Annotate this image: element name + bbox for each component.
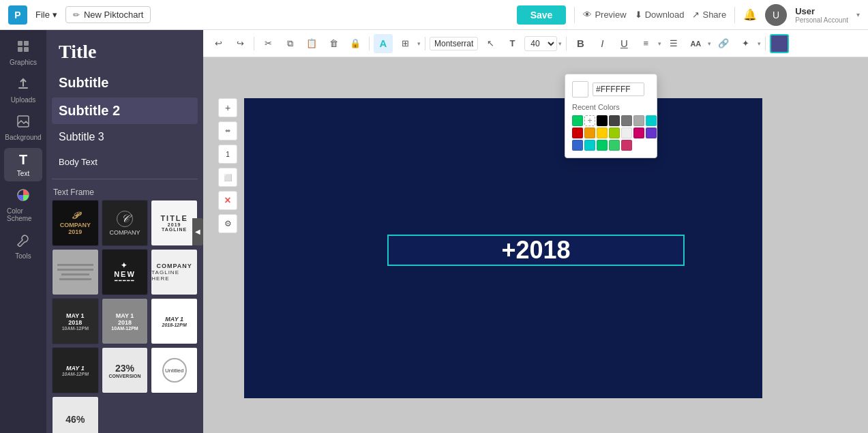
text-item-subtitle[interactable]: Subtitle — [52, 70, 198, 96]
align-button[interactable]: ≡ — [636, 34, 655, 53]
project-title-input[interactable]: ✏ New Piktochart — [65, 6, 151, 23]
bold-button[interactable]: B — [571, 34, 590, 53]
italic-button[interactable]: I — [593, 34, 612, 53]
text-item-subtitle3[interactable]: Subtitle 3 — [52, 125, 198, 149]
canvas-viewport: + ⬌ 1 ⬜ × ⚙ +2018 — [203, 57, 868, 433]
zoom-in-btn[interactable]: + — [218, 98, 237, 117]
canvas-surface[interactable]: +2018 — [244, 98, 762, 398]
color-swatch-orange[interactable] — [584, 128, 595, 138]
redo-button[interactable]: ↪ — [230, 34, 250, 53]
color-swatch-rose[interactable] — [621, 140, 632, 151]
copy-button[interactable]: ⧉ — [280, 34, 299, 53]
color-swatch-white[interactable] — [621, 128, 632, 138]
color-swatch-teal[interactable] — [584, 140, 595, 151]
frame-item-7[interactable]: MAY 1 2018 10AM-12PM — [52, 298, 99, 344]
svg-rect-2 — [18, 47, 23, 52]
sep2 — [369, 37, 370, 50]
cursor-icon-btn[interactable]: ↖ — [481, 34, 500, 53]
cut-button[interactable]: ✂ — [258, 34, 278, 53]
text-item-subtitle2[interactable]: Subtitle 2 — [52, 98, 198, 124]
frame-item-1[interactable]: 𝒫 COMPANY 2019 — [52, 200, 99, 246]
color-swatch-lime[interactable] — [609, 128, 620, 138]
sidebar-item-tools[interactable]: Tools — [4, 229, 42, 264]
font-size-select[interactable]: 40 810121416 1820242832 36486072 — [524, 36, 557, 51]
paste-button[interactable]: 📋 — [302, 34, 321, 53]
frame-item-4[interactable] — [52, 249, 99, 295]
color-swatch-blue[interactable] — [572, 140, 583, 151]
color-swatch-green2[interactable] — [597, 140, 608, 151]
chevron-effects-icon[interactable]: ▾ — [758, 40, 761, 47]
logo[interactable]: P — [8, 5, 27, 25]
effects-button[interactable]: ✦ — [736, 34, 755, 53]
list-button[interactable]: ☰ — [664, 34, 683, 53]
color-picker-popup: Recent Colors + — [565, 74, 657, 158]
delete-canvas-btn[interactable]: × — [218, 191, 237, 210]
frame-item-3[interactable]: TITLE 2019 TAGLINE — [151, 200, 198, 246]
color-swatch-purple[interactable] — [646, 128, 657, 138]
grid-button[interactable]: ⊞ — [395, 34, 415, 53]
color-hex-input[interactable] — [593, 83, 644, 96]
font-name-value: Montserrat — [434, 39, 473, 48]
frame-item-11[interactable]: 23% CONVERSION — [102, 347, 149, 393]
download-action[interactable]: ⬇ Download — [635, 10, 685, 20]
notification-bell[interactable]: 🔔 — [743, 8, 757, 21]
lock-button[interactable]: 🔒 — [346, 34, 365, 53]
color-swatch-darkgray[interactable] — [609, 115, 620, 126]
sidebar-item-colorscheme[interactable]: Color Scheme — [4, 184, 42, 226]
text-type-btn[interactable]: T — [503, 34, 522, 53]
underline-button[interactable]: U — [614, 34, 633, 53]
frame-item-6[interactable]: COMPANY TAGLINE HERE — [151, 249, 198, 295]
share-action[interactable]: ↗ Share — [692, 10, 726, 20]
settings-canvas-btn[interactable]: ⚙ — [218, 214, 237, 233]
chevron-grid-icon[interactable]: ▾ — [417, 40, 421, 47]
align-objects-btn[interactable]: ⬜ — [218, 168, 237, 187]
undo-button[interactable]: ↩ — [209, 34, 228, 53]
color-swatch-yellow[interactable] — [597, 128, 608, 138]
sidebar-item-graphics[interactable]: Graphics — [4, 35, 42, 70]
zoom-out-btn[interactable]: ⬌ — [218, 121, 237, 140]
tools-icon — [16, 233, 30, 250]
chevron-down-user-icon[interactable]: ▾ — [856, 11, 860, 18]
chevron-align-icon[interactable]: ▾ — [658, 40, 661, 47]
frame-item-13[interactable]: 46% — [52, 396, 99, 433]
frame-item-12[interactable]: Untitled — [151, 347, 198, 393]
frame-item-10[interactable]: MAY 1 10AM-12PM — [52, 347, 99, 393]
text-item-title[interactable]: Title — [52, 35, 198, 68]
color-swatch-red[interactable] — [572, 128, 583, 138]
add-color-btn[interactable]: + — [584, 115, 595, 126]
color-swatch-cyan[interactable] — [646, 115, 657, 126]
chevron-case-icon[interactable]: ▾ — [708, 40, 711, 47]
color-swatch-lightgray[interactable] — [633, 115, 644, 126]
color-swatch-black[interactable] — [597, 115, 608, 126]
color-white-preview — [572, 81, 588, 98]
sidebar-item-background[interactable]: Background — [4, 110, 42, 145]
case-button[interactable]: AA — [686, 34, 705, 53]
color-swatch-green[interactable] — [572, 115, 583, 126]
file-menu[interactable]: File ▾ — [35, 10, 57, 20]
color-swatch-gray[interactable] — [621, 115, 632, 126]
color-swatch-button[interactable] — [770, 34, 789, 53]
color-swatch-pink[interactable] — [633, 128, 644, 138]
font-name-select[interactable]: Montserrat — [430, 37, 478, 50]
link-button[interactable]: 🔗 — [714, 34, 733, 53]
preview-action[interactable]: 👁 Preview — [583, 10, 626, 20]
canvas-text-element[interactable]: +2018 — [387, 235, 685, 266]
canvas-area: ↩ ↪ ✂ ⧉ 📋 🗑 🔒 A ⊞ ▾ Montserrat ↖ T — [203, 30, 868, 433]
chevron-size-icon[interactable]: ▾ — [558, 40, 562, 47]
text-item-bodytext[interactable]: Body Text — [52, 150, 198, 173]
color-grid: + — [572, 115, 650, 151]
frame-item-8[interactable]: MAY 1 2018 10AM-12PM — [102, 298, 149, 344]
user-info[interactable]: User Personal Account — [795, 6, 848, 24]
collapse-panel-btn[interactable]: ◀ — [192, 218, 203, 245]
delete-button[interactable]: 🗑 — [324, 34, 343, 53]
frame-item-2[interactable]: 𝒞 COMPANY — [102, 200, 149, 246]
avatar[interactable]: U — [765, 4, 787, 26]
frame-item-5[interactable]: ✦ NEW ━━━━━ — [102, 249, 149, 295]
sidebar-item-uploads[interactable]: Uploads — [4, 73, 42, 108]
frame-item-9[interactable]: MAY 1 2018-12PM — [151, 298, 198, 344]
sidebar-item-text[interactable]: T Text — [4, 148, 42, 181]
svg-rect-3 — [24, 47, 29, 52]
save-button[interactable]: Save — [517, 5, 567, 25]
text-color-active-button[interactable]: A — [374, 34, 393, 53]
color-swatch-mint[interactable] — [609, 140, 620, 151]
